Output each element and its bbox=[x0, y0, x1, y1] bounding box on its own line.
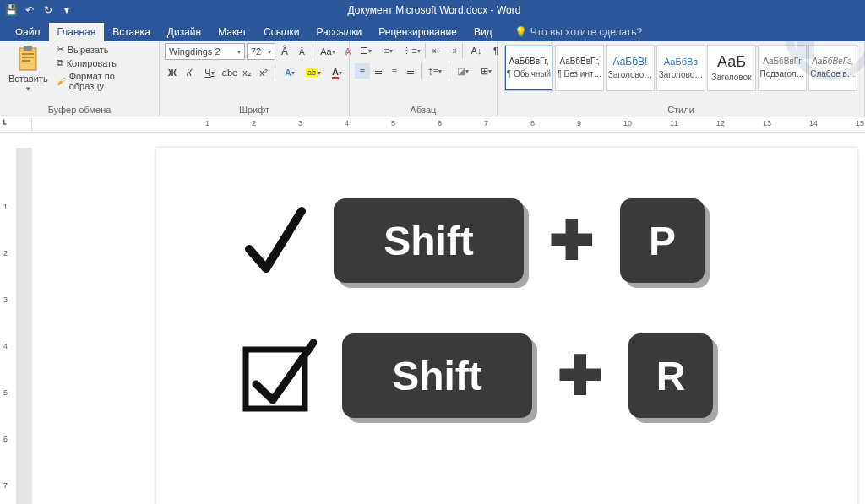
style-preview: АаБбВв bbox=[664, 57, 698, 67]
ruler-tick: 14 bbox=[809, 119, 818, 127]
letter-key-label: R bbox=[656, 353, 686, 399]
shortcut-row-1: Shift ✚ P bbox=[241, 198, 713, 283]
style-name: Подзагол… bbox=[759, 69, 804, 79]
ruler-tick: 7 bbox=[3, 481, 8, 490]
shortcut-row-2: Shift ✚ R bbox=[241, 333, 713, 418]
grow-font-button[interactable]: Â bbox=[277, 44, 292, 59]
align-center-button[interactable]: ☰ bbox=[371, 63, 386, 79]
increase-indent-button[interactable]: ⇥ bbox=[444, 43, 460, 58]
font-name-value: Wingdings 2 bbox=[169, 46, 220, 57]
style-preview: АаБбВвГг bbox=[763, 57, 802, 66]
shift-key: Shift bbox=[342, 333, 532, 418]
style-item[interactable]: АаБбВ!Заголово… bbox=[606, 45, 655, 91]
ruler-tick: 1 bbox=[205, 119, 209, 127]
styles-gallery[interactable]: АаБбВвГг,¶ ОбычныйАаБбВвГг,¶ Без инт…АаБ… bbox=[503, 43, 859, 93]
scissors-icon: ✂ bbox=[57, 44, 64, 55]
title-bar: 💾 ↶ ↻ ▾ Документ Microsoft Word.docx - W… bbox=[0, 0, 865, 20]
ruler-tick: 12 bbox=[716, 119, 725, 127]
subscript-button[interactable]: x₂ bbox=[239, 65, 254, 80]
borders-button[interactable]: ⊞▾ bbox=[475, 63, 497, 79]
change-case-button[interactable]: Aa▾ bbox=[317, 44, 339, 59]
style-preview: АаБбВ! bbox=[613, 57, 648, 67]
tab-file[interactable]: Файл bbox=[7, 23, 49, 41]
justify-button[interactable]: ☰ bbox=[403, 63, 418, 79]
tab-references[interactable]: Ссылки bbox=[255, 23, 307, 41]
font-color-button[interactable]: A▾ bbox=[326, 65, 348, 80]
brush-icon: 🖌 bbox=[57, 76, 66, 86]
style-item[interactable]: АаБбВвГгПодзагол… bbox=[758, 45, 807, 91]
line-spacing-button[interactable]: ‡≡▾ bbox=[424, 63, 446, 79]
ruler-tick: 7 bbox=[484, 119, 488, 127]
tab-layout[interactable]: Макет bbox=[209, 23, 255, 41]
ruler-tick: 8 bbox=[530, 119, 535, 127]
plus-icon: ✚ bbox=[558, 344, 603, 407]
style-item[interactable]: АаБбВвГг,¶ Без инт… bbox=[555, 45, 604, 91]
tab-review[interactable]: Рецензирование bbox=[370, 23, 465, 41]
underline-button[interactable]: Ч▾ bbox=[199, 65, 220, 80]
tell-me-search[interactable]: 💡 Что вы хотите сделать? bbox=[509, 23, 648, 41]
save-icon[interactable]: 💾 bbox=[3, 3, 19, 18]
style-item[interactable]: АаБбВеГг,Слабое в… bbox=[808, 45, 857, 91]
group-paragraph: ☰▾ ≡▾ ⋮≡▾ ⇤ ⇥ A↓ ¶ ≡ ☰ ≡ ☰ ‡≡▾ ◪▾ ⊞▾ bbox=[350, 41, 498, 117]
redo-icon[interactable]: ↻ bbox=[41, 3, 56, 18]
copy-icon: ⧉ bbox=[57, 57, 63, 68]
highlight-button[interactable]: ab▾ bbox=[302, 65, 324, 80]
page-gutter bbox=[17, 148, 32, 504]
tab-mailings[interactable]: Рассылки bbox=[307, 23, 370, 41]
vertical-ruler[interactable]: 1234567 bbox=[0, 148, 17, 504]
checkmark-icon bbox=[241, 203, 308, 279]
ruler-tick: 2 bbox=[3, 249, 8, 257]
tab-home[interactable]: Главная bbox=[49, 23, 105, 41]
style-item[interactable]: АаБбВвГг,¶ Обычный bbox=[504, 45, 553, 91]
shading-button[interactable]: ◪▾ bbox=[452, 63, 474, 79]
group-font: Wingdings 2▾ 72▾ Â Ǎ Aa▾ A̷ Ж К Ч▾ abe… bbox=[160, 41, 350, 117]
font-name-combo[interactable]: Wingdings 2▾ bbox=[165, 43, 245, 60]
undo-icon[interactable]: ↶ bbox=[22, 3, 37, 18]
bullets-button[interactable]: ☰▾ bbox=[355, 43, 377, 58]
paste-button[interactable]: Вставить ▼ bbox=[5, 43, 52, 95]
italic-button[interactable]: К bbox=[182, 65, 197, 80]
quick-access-toolbar: 💾 ↶ ↻ ▾ bbox=[3, 3, 74, 18]
tab-insert[interactable]: Вставка bbox=[104, 23, 159, 41]
horizontal-ruler[interactable]: ┗ 123456789101112131415 bbox=[0, 117, 865, 133]
ruler-tick: 4 bbox=[3, 342, 8, 350]
copy-button[interactable]: ⧉Копировать bbox=[55, 57, 154, 69]
style-name: ¶ Обычный bbox=[507, 69, 551, 79]
tab-design[interactable]: Дизайн bbox=[159, 23, 209, 41]
ruler-tick: 15 bbox=[856, 119, 864, 127]
style-preview: АаБбВвГг, bbox=[559, 57, 599, 66]
document-page[interactable]: Shift ✚ P Shift ✚ R bbox=[156, 148, 857, 504]
format-painter-button[interactable]: 🖌Формат по образцу bbox=[55, 70, 154, 92]
superscript-button[interactable]: x² bbox=[256, 65, 271, 80]
text-effects-button[interactable]: A▾ bbox=[279, 65, 301, 80]
svg-rect-1 bbox=[24, 46, 32, 51]
strikethrough-button[interactable]: abe bbox=[222, 65, 237, 80]
font-size-combo[interactable]: 72▾ bbox=[247, 43, 275, 60]
group-clipboard: Вставить ▼ ✂Вырезать ⧉Копировать 🖌Формат… bbox=[0, 41, 160, 117]
style-item[interactable]: АаБбВвЗаголово… bbox=[656, 45, 705, 91]
cut-button[interactable]: ✂Вырезать bbox=[55, 43, 154, 56]
chevron-down-icon: ▼ bbox=[24, 85, 31, 93]
style-name: Заголово… bbox=[608, 70, 653, 79]
ruler-tick: 9 bbox=[577, 119, 581, 127]
ruler-tick: 6 bbox=[438, 119, 442, 127]
align-right-button[interactable]: ≡ bbox=[387, 63, 402, 79]
multilevel-list-button[interactable]: ⋮≡▾ bbox=[400, 43, 422, 58]
decrease-indent-button[interactable]: ⇤ bbox=[428, 43, 443, 58]
ruler-tick: 3 bbox=[3, 295, 8, 304]
numbering-button[interactable]: ≡▾ bbox=[378, 43, 400, 58]
tab-view[interactable]: Вид bbox=[465, 23, 501, 41]
sort-button[interactable]: A↓ bbox=[465, 43, 487, 58]
underline-label: Ч bbox=[204, 68, 210, 78]
group-paragraph-label: Абзац bbox=[355, 103, 492, 117]
align-left-button[interactable]: ≡ bbox=[355, 63, 370, 79]
bold-button[interactable]: Ж bbox=[165, 65, 180, 80]
paste-label: Вставить bbox=[8, 73, 48, 84]
svg-rect-4 bbox=[22, 60, 30, 62]
ruler-corner: ┗ bbox=[0, 117, 32, 132]
qat-customize-icon[interactable]: ▾ bbox=[59, 3, 74, 18]
ruler-tick: 2 bbox=[252, 119, 256, 127]
style-item[interactable]: АаБЗаголовок bbox=[707, 45, 756, 91]
style-name: ¶ Без инт… bbox=[557, 69, 601, 79]
shrink-font-button[interactable]: Ǎ bbox=[294, 44, 309, 59]
